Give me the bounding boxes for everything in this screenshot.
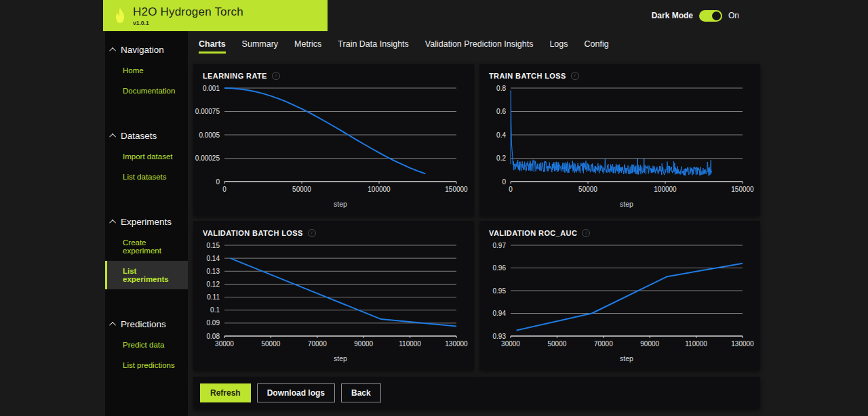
- chevron-up-icon: [109, 220, 116, 226]
- chart-svg-train-batch-loss: 00.20.40.60.8050000100000150000step: [479, 81, 760, 210]
- info-icon[interactable]: i: [571, 72, 579, 80]
- svg-text:70000: 70000: [594, 340, 613, 348]
- sidebar-item-home[interactable]: Home: [105, 60, 188, 81]
- app-header: H2O Hydrogen Torch v1.0.1: [103, 0, 328, 31]
- chart-card-train-batch-loss: TRAIN BATCH LOSSi00.20.40.60.80500001000…: [479, 64, 760, 215]
- tab-config[interactable]: Config: [585, 35, 609, 55]
- svg-text:0.2: 0.2: [496, 154, 506, 162]
- sidebar-item-import-dataset[interactable]: Import dataset: [105, 146, 188, 167]
- svg-text:0.95: 0.95: [493, 287, 507, 295]
- svg-text:0.00025: 0.00025: [195, 154, 220, 162]
- main-content: ChartsSummaryMetricsTrain Data InsightsV…: [193, 31, 760, 409]
- info-icon[interactable]: i: [582, 229, 590, 237]
- chart-svg-validation-batch-loss: 0.080.090.10.110.120.130.140.15300005000…: [193, 238, 474, 365]
- chart-title-learning-rate: LEARNING RATE: [203, 72, 267, 80]
- chart-svg-validation-roc-auc: 0.930.940.950.960.9730000500007000090000…: [479, 238, 760, 365]
- sidebar-section-title: Experiments: [121, 217, 172, 227]
- svg-text:70000: 70000: [308, 340, 327, 348]
- tab-validation-prediction-insights[interactable]: Validation Prediction Insights: [425, 35, 534, 55]
- sidebar-section-title: Navigation: [121, 45, 164, 55]
- dark-mode-toggle[interactable]: [699, 10, 722, 22]
- svg-text:100000: 100000: [368, 186, 391, 193]
- svg-text:100000: 100000: [654, 186, 677, 193]
- chart-title-row: VALIDATION BATCH LOSSi: [193, 221, 474, 238]
- actions-bar: RefreshDownload logsBack: [193, 377, 760, 409]
- svg-text:0.08: 0.08: [207, 333, 220, 340]
- svg-text:0.8: 0.8: [496, 85, 506, 92]
- svg-text:50000: 50000: [578, 186, 597, 193]
- svg-text:0.15: 0.15: [207, 242, 220, 249]
- chart-card-validation-batch-loss: VALIDATION BATCH LOSSi0.080.090.10.110.1…: [193, 221, 474, 370]
- svg-text:0.96: 0.96: [493, 264, 507, 272]
- svg-text:110000: 110000: [685, 340, 707, 348]
- sidebar-section-datasets: DatasetsImport datasetList datasets: [105, 125, 188, 187]
- chevron-up-icon: [109, 47, 116, 54]
- chevron-up-icon: [109, 133, 116, 140]
- svg-text:0.1: 0.1: [210, 306, 220, 314]
- tab-metrics[interactable]: Metrics: [294, 35, 321, 55]
- svg-text:step: step: [334, 354, 347, 362]
- toggle-knob: [712, 12, 721, 20]
- svg-text:0.0005: 0.0005: [199, 131, 220, 139]
- svg-text:0.97: 0.97: [493, 242, 507, 249]
- chart-title-validation-batch-loss: VALIDATION BATCH LOSS: [203, 229, 303, 237]
- info-icon[interactable]: i: [272, 72, 280, 80]
- sidebar-section-header-experiments[interactable]: Experiments: [105, 211, 188, 232]
- svg-text:0.93: 0.93: [493, 333, 507, 340]
- svg-text:150000: 150000: [445, 186, 468, 193]
- svg-text:90000: 90000: [354, 340, 373, 348]
- chart-title-row: TRAIN BATCH LOSSi: [479, 64, 760, 81]
- svg-text:150000: 150000: [731, 186, 754, 193]
- svg-text:50000: 50000: [261, 340, 280, 348]
- svg-text:110000: 110000: [399, 340, 421, 348]
- svg-text:0.94: 0.94: [493, 310, 507, 317]
- svg-text:0.4: 0.4: [496, 131, 506, 139]
- flame-icon: [114, 7, 126, 24]
- svg-text:30000: 30000: [215, 340, 234, 348]
- app-version: v1.0.1: [133, 20, 243, 26]
- svg-text:50000: 50000: [292, 186, 311, 193]
- sidebar: NavigationHomeDocumentationDatasetsImpor…: [105, 31, 188, 416]
- sidebar-section-title: Datasets: [121, 131, 157, 141]
- sidebar-item-list-datasets[interactable]: List datasets: [105, 167, 188, 187]
- svg-text:90000: 90000: [640, 340, 659, 348]
- svg-text:0: 0: [216, 178, 220, 186]
- info-icon[interactable]: i: [308, 229, 316, 237]
- sidebar-nav: NavigationHomeDocumentationDatasetsImpor…: [105, 39, 188, 375]
- dark-mode-label: Dark Mode: [652, 11, 693, 20]
- tab-charts[interactable]: Charts: [199, 35, 226, 55]
- svg-text:step: step: [620, 354, 633, 362]
- chart-card-validation-roc-auc: VALIDATION ROC_AUCi0.930.940.950.960.973…: [479, 221, 760, 370]
- sidebar-section-header-navigation[interactable]: Navigation: [105, 39, 188, 60]
- sidebar-section-predictions: PredictionsPredict dataList predictions: [105, 314, 188, 375]
- chart-svg-learning-rate: 00.000250.00050.000750.00105000010000015…: [193, 81, 474, 210]
- svg-text:50000: 50000: [547, 340, 566, 348]
- sidebar-item-create-experiment[interactable]: Create experiment: [105, 232, 188, 261]
- tab-train-data-insights[interactable]: Train Data Insights: [338, 35, 408, 55]
- sidebar-item-documentation[interactable]: Documentation: [105, 81, 188, 101]
- sidebar-section-header-predictions[interactable]: Predictions: [105, 314, 188, 335]
- chart-title-validation-roc-auc: VALIDATION ROC_AUC: [489, 229, 577, 237]
- sidebar-item-list-predictions[interactable]: List predictions: [105, 355, 188, 375]
- tab-bar: ChartsSummaryMetricsTrain Data InsightsV…: [193, 31, 760, 58]
- sidebar-item-predict-data[interactable]: Predict data: [105, 335, 188, 355]
- dark-mode-state: On: [728, 11, 739, 20]
- refresh-button[interactable]: Refresh: [200, 383, 251, 402]
- chart-title-row: VALIDATION ROC_AUCi: [479, 221, 760, 238]
- app-title: H2O Hydrogen Torch: [133, 5, 243, 19]
- svg-text:130000: 130000: [445, 340, 468, 348]
- chart-card-learning-rate: LEARNING RATEi00.000250.00050.000750.001…: [193, 64, 474, 215]
- tab-logs[interactable]: Logs: [549, 35, 568, 55]
- svg-text:0.001: 0.001: [203, 85, 220, 92]
- sidebar-section-title: Predictions: [121, 319, 166, 329]
- back-button[interactable]: Back: [341, 383, 381, 402]
- chart-title-row: LEARNING RATEi: [193, 64, 474, 81]
- svg-text:130000: 130000: [731, 340, 754, 348]
- svg-text:0.00075: 0.00075: [195, 108, 220, 115]
- sidebar-item-list-experiments[interactable]: List experiments: [105, 261, 188, 289]
- sidebar-section-experiments: ExperimentsCreate experimentList experim…: [105, 211, 188, 289]
- download-logs-button[interactable]: Download logs: [257, 383, 335, 402]
- sidebar-section-header-datasets[interactable]: Datasets: [105, 125, 188, 146]
- tab-summary[interactable]: Summary: [242, 35, 278, 55]
- svg-text:0.6: 0.6: [496, 108, 506, 115]
